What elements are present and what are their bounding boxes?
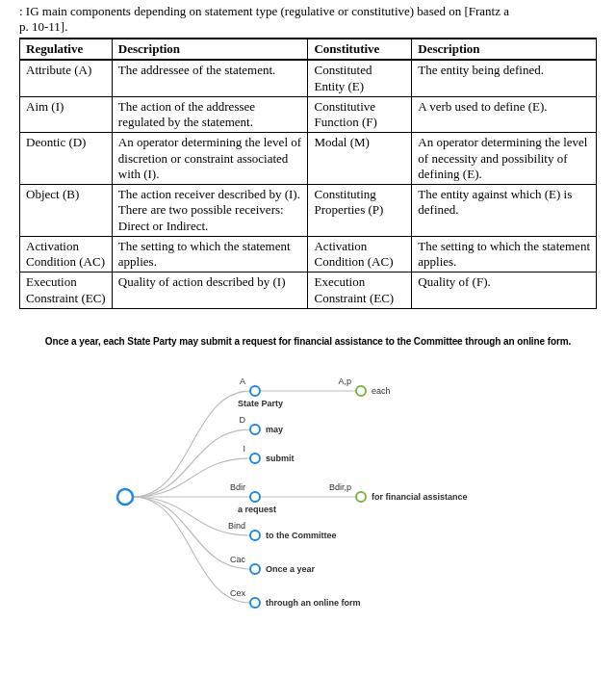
- th-description-2: Description: [412, 39, 597, 60]
- cell-desc1: The addressee of the statement.: [112, 60, 308, 96]
- table-header-row: Regulative Description Constitutive Desc…: [20, 39, 597, 60]
- cell-desc1: Quality of action described by (I): [112, 273, 308, 309]
- tree-code-i: I: [243, 444, 245, 454]
- tree-code-d: D: [240, 415, 246, 425]
- cell-desc2: A verb used to define (E).: [412, 96, 597, 133]
- tree-text-d: may: [266, 425, 283, 434]
- diagram-sentence: Once a year, each State Party may submit…: [19, 336, 597, 347]
- cell-reg: Attribute (A): [20, 60, 113, 96]
- cell-desc1: The action of the addressee regulated by…: [112, 96, 308, 133]
- table-row: Activation Condition (AC) The setting to…: [20, 236, 597, 273]
- caption-line-2: p. 10-11].: [19, 19, 67, 34]
- tree-node-a: [250, 386, 260, 396]
- cell-desc2: The entity against which (E) is defined.: [412, 185, 597, 237]
- cell-reg: Object (B): [20, 185, 113, 237]
- tree-text-cex: through an online form: [266, 598, 361, 608]
- tree-code-bind: Bind: [228, 521, 245, 531]
- tree-code-cac: Cac: [230, 555, 246, 564]
- tree-text-a: State Party: [238, 399, 283, 408]
- table-row: Aim (I) The action of the addressee regu…: [20, 96, 597, 133]
- cell-desc2: The entity being defined.: [412, 60, 597, 96]
- tree-node-ap: [356, 386, 366, 396]
- cell-desc2: An operator determining the level of nec…: [412, 133, 597, 185]
- tree-code-cex: Cex: [230, 588, 246, 598]
- th-description-1: Description: [112, 39, 308, 60]
- table-caption: : IG main components depending on statem…: [19, 4, 597, 34]
- tree-edge: [133, 497, 250, 603]
- table-row: Deontic (D) An operator determining the …: [20, 133, 597, 185]
- tree-node-d: [250, 425, 260, 434]
- cell-desc2: The setting to which the statement appli…: [412, 236, 597, 273]
- table-row: Execution Constraint (EC) Quality of act…: [20, 273, 597, 309]
- cell-con: Constituting Properties (P): [308, 185, 412, 237]
- cell-con: Modal (M): [308, 133, 412, 185]
- cell-con: Constitutive Function (F): [308, 96, 412, 133]
- tree-node-bdirp: [356, 492, 366, 502]
- tree-svg: AState PartyA,peachDmayIsubmitBdira requ…: [38, 362, 578, 632]
- caption-line-1: : IG main components depending on statem…: [19, 4, 509, 18]
- cell-desc1: The setting to which the statement appli…: [112, 236, 308, 273]
- tree-text-cac: Once a year: [266, 564, 316, 574]
- tree-root-node: [117, 489, 133, 505]
- table-row: Attribute (A) The addressee of the state…: [20, 60, 597, 96]
- cell-con: Constituted Entity (E): [308, 60, 412, 96]
- ig-table: Regulative Description Constitutive Desc…: [19, 38, 597, 309]
- tree-edge: [133, 391, 250, 497]
- tree-node-cac: [250, 564, 260, 574]
- th-regulative: Regulative: [20, 39, 113, 60]
- tree-node-bdir: [250, 492, 260, 502]
- tree-code-ap: A,p: [338, 376, 351, 386]
- tree-text-bind: to the Committee: [266, 531, 337, 540]
- tree-node-i: [250, 454, 260, 463]
- tree-text-i: submit: [266, 454, 295, 463]
- ig-tree-diagram: Once a year, each State Party may submit…: [19, 336, 597, 632]
- tree-code-bdirp: Bdir,p: [329, 482, 351, 492]
- th-constitutive: Constitutive: [308, 39, 412, 60]
- cell-desc1: The action receiver described by (I). Th…: [112, 185, 308, 237]
- tree-text-ap: each: [372, 386, 391, 396]
- cell-con: Activation Condition (AC): [308, 236, 412, 273]
- cell-reg: Execution Constraint (EC): [20, 273, 113, 309]
- cell-reg: Activation Condition (AC): [20, 236, 113, 273]
- cell-reg: Deontic (D): [20, 133, 113, 185]
- cell-desc1: An operator determining the level of dis…: [112, 133, 308, 185]
- table-row: Object (B) The action receiver described…: [20, 185, 597, 237]
- cell-reg: Aim (I): [20, 96, 113, 133]
- tree-code-a: A: [240, 376, 245, 386]
- tree-code-bdir: Bdir: [230, 482, 245, 492]
- cell-desc2: Quality of (F).: [412, 273, 597, 309]
- tree-text-bdirp: for financial assistance: [372, 492, 468, 502]
- cell-con: Execution Constraint (EC): [308, 273, 412, 309]
- tree-text-bdir: a request: [238, 505, 276, 514]
- tree-node-cex: [250, 598, 260, 608]
- tree-node-bind: [250, 531, 260, 540]
